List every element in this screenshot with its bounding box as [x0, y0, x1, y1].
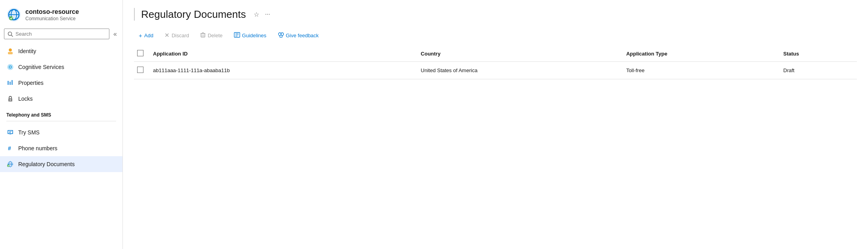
svg-rect-13	[10, 82, 11, 85]
sidebar-item-label-identity: Identity	[18, 48, 36, 54]
sidebar-item-cognitive-services[interactable]: Cognitive Services	[0, 59, 122, 75]
add-label: Add	[144, 33, 153, 38]
col-country: Country	[416, 46, 621, 62]
delete-icon	[200, 32, 206, 39]
guidelines-button[interactable]: Guidelines	[229, 30, 271, 41]
page-header: Regulatory Documents ☆ ···	[123, 0, 868, 26]
delete-label: Delete	[208, 33, 223, 38]
guidelines-icon	[234, 32, 240, 39]
discard-label: Discard	[172, 33, 189, 38]
search-icon	[8, 31, 13, 37]
app-logo	[6, 7, 21, 22]
cell-application-type: Toll-free	[621, 62, 778, 79]
sidebar-item-label-cognitive: Cognitive Services	[18, 64, 64, 70]
sidebar-nav: Identity Cognitive Services Properties	[0, 43, 122, 249]
header-separator	[134, 8, 135, 21]
cognitive-services-icon	[6, 63, 14, 71]
table-row[interactable]: ab111aaa-1111-111a-abaaba11b United Stat…	[134, 62, 857, 79]
sidebar-title-group: contoso-resource Communication Service	[25, 8, 79, 21]
cell-country: United States of America	[416, 62, 621, 79]
locks-icon	[6, 95, 14, 103]
svg-rect-14	[11, 80, 13, 85]
guidelines-label: Guidelines	[242, 33, 266, 38]
col-application-type: Application Type	[621, 46, 778, 62]
svg-rect-12	[8, 81, 9, 85]
collapse-button[interactable]: «	[112, 29, 119, 39]
sidebar-item-locks[interactable]: Locks	[0, 91, 122, 107]
discard-icon: ✕	[164, 32, 170, 39]
phone-numbers-icon: #	[6, 144, 14, 152]
try-sms-icon	[6, 128, 14, 136]
svg-text:#: #	[8, 145, 11, 151]
regulatory-docs-icon	[6, 160, 14, 168]
header-icons: ☆ ···	[253, 10, 271, 19]
sidebar-item-phone-numbers[interactable]: # Phone numbers	[0, 140, 122, 156]
discard-button[interactable]: ✕ Discard	[160, 29, 194, 41]
resource-subtitle: Communication Service	[25, 16, 79, 21]
search-box[interactable]	[4, 29, 109, 39]
sidebar-item-identity[interactable]: Identity	[0, 43, 122, 59]
star-icon: ☆	[254, 11, 259, 18]
svg-point-4	[9, 16, 13, 20]
svg-point-23	[7, 165, 10, 167]
sidebar-item-try-sms[interactable]: Try SMS	[0, 125, 122, 140]
identity-icon	[6, 47, 14, 55]
sidebar-item-label-try-sms: Try SMS	[18, 129, 40, 136]
section-divider	[6, 121, 116, 121]
resource-name: contoso-resource	[25, 8, 79, 15]
svg-point-11	[10, 67, 11, 68]
add-icon: +	[139, 32, 142, 39]
feedback-label: Give feedback	[286, 33, 319, 38]
properties-icon	[6, 79, 14, 87]
sidebar-item-properties[interactable]: Properties	[0, 75, 122, 91]
sidebar-header: contoso-resource Communication Service	[0, 0, 122, 26]
delete-button[interactable]: Delete	[195, 30, 228, 41]
svg-point-16	[10, 100, 11, 101]
sidebar: contoso-resource Communication Service «…	[0, 0, 123, 249]
main-content: Regulatory Documents ☆ ··· + Add ✕ Disca…	[123, 0, 868, 249]
sidebar-item-label-locks: Locks	[18, 96, 33, 102]
cell-application-id: ab111aaa-1111-111a-abaaba11b	[148, 62, 416, 79]
favorite-button[interactable]: ☆	[253, 10, 260, 19]
section-label-telephony: Telephony and SMS	[0, 107, 122, 119]
select-all-header[interactable]	[134, 46, 148, 62]
row-checkbox[interactable]	[137, 67, 143, 73]
sidebar-item-label-properties: Properties	[18, 80, 44, 86]
select-all-checkbox[interactable]	[137, 50, 143, 56]
add-button[interactable]: + Add	[134, 30, 158, 41]
feedback-button[interactable]: Give feedback	[273, 30, 323, 41]
cell-status: Draft	[778, 62, 857, 79]
table-body: ab111aaa-1111-111a-abaaba11b United Stat…	[134, 62, 857, 79]
svg-rect-8	[8, 52, 13, 54]
col-application-id: Application ID	[148, 46, 416, 62]
table-header: Application ID Country Application Type …	[134, 46, 857, 62]
svg-line-6	[11, 35, 13, 36]
sidebar-item-label-regulatory: Regulatory Documents	[18, 161, 75, 167]
svg-point-7	[9, 49, 12, 52]
page-title: Regulatory Documents	[141, 8, 246, 21]
more-options-button[interactable]: ···	[264, 10, 271, 19]
sidebar-search-row: «	[0, 26, 122, 43]
sidebar-item-label-phone-numbers: Phone numbers	[18, 145, 57, 151]
sidebar-item-regulatory-documents[interactable]: Regulatory Documents	[0, 156, 122, 172]
toolbar: + Add ✕ Discard Delete	[123, 26, 868, 46]
more-icon: ···	[265, 11, 270, 18]
col-status: Status	[778, 46, 857, 62]
feedback-icon	[277, 32, 284, 39]
svg-rect-24	[201, 33, 205, 37]
regulatory-docs-table: Application ID Country Application Type …	[134, 46, 857, 79]
search-input[interactable]	[15, 31, 106, 37]
row-checkbox-cell[interactable]	[134, 62, 148, 79]
table-container: Application ID Country Application Type …	[123, 46, 868, 249]
